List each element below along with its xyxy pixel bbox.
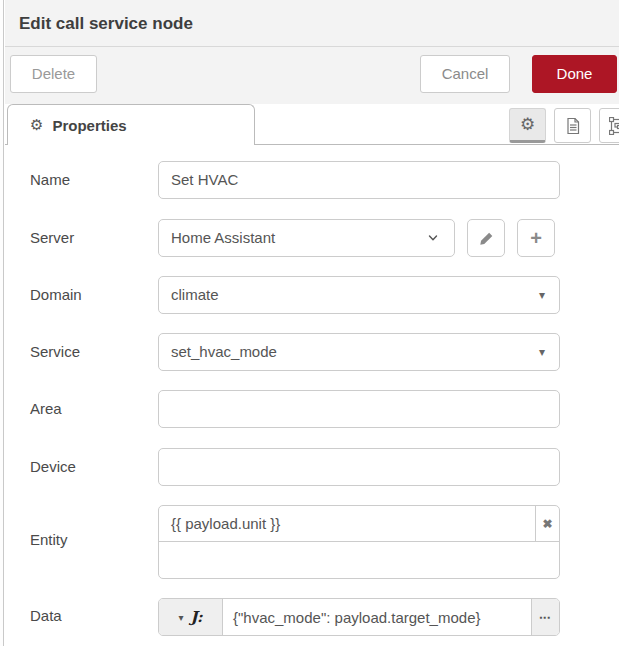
edit-server-button[interactable] xyxy=(467,219,505,257)
area-input[interactable] xyxy=(158,390,560,428)
entity-row: {{ payload.unit }} ✖ xyxy=(159,506,559,542)
appearance-view-button[interactable] xyxy=(599,108,619,143)
device-label: Device xyxy=(30,448,76,486)
name-input[interactable]: Set HVAC xyxy=(158,161,560,199)
name-label: Name xyxy=(30,161,70,199)
tray-left-edge xyxy=(0,0,4,646)
caret-down-icon: ▾ xyxy=(178,612,183,623)
expand-data-button[interactable]: ▪▪▪ xyxy=(531,599,559,635)
domain-label: Domain xyxy=(30,276,82,314)
server-select-value: Home Assistant xyxy=(171,229,275,246)
server-select[interactable]: Home Assistant xyxy=(158,219,455,257)
entity-input[interactable]: {{ payload.unit }} xyxy=(159,506,535,541)
chevron-down-icon xyxy=(426,220,440,256)
done-button[interactable]: Done xyxy=(532,55,617,93)
remove-entity-button[interactable]: ✖ xyxy=(535,506,559,541)
tab-properties-label: Properties xyxy=(52,117,126,134)
caret-down-icon: ▾ xyxy=(539,277,545,313)
device-input[interactable] xyxy=(158,448,560,486)
entity-editor: {{ payload.unit }} ✖ xyxy=(158,505,560,579)
service-label: Service xyxy=(30,333,80,371)
data-type-select-button[interactable]: ▾ J: xyxy=(159,599,223,635)
caret-down-icon: ▾ xyxy=(539,334,545,370)
add-server-button[interactable]: + xyxy=(517,219,555,257)
properties-view-button[interactable]: ⚙ xyxy=(509,108,546,143)
pencil-icon xyxy=(479,231,494,246)
service-input[interactable]: set_hvac_mode ▾ xyxy=(158,333,560,371)
tab-properties[interactable]: ⚙ Properties xyxy=(7,104,255,145)
data-typedinput: ▾ J: {"hvac_mode": payload.target_mode} … xyxy=(158,598,560,636)
cancel-button[interactable]: Cancel xyxy=(420,55,510,93)
description-view-button[interactable] xyxy=(554,108,591,143)
plus-icon: + xyxy=(530,227,542,250)
gear-icon: ⚙ xyxy=(30,116,43,134)
domain-input-value: climate xyxy=(171,286,219,303)
delete-button[interactable]: Delete xyxy=(10,55,97,93)
data-label: Data xyxy=(30,597,62,635)
ellipsis-icon: ▪▪▪ xyxy=(540,613,552,622)
tab-bar: ⚙ Properties ⚙ xyxy=(5,104,619,145)
data-input[interactable]: {"hvac_mode": payload.target_mode} xyxy=(223,599,531,635)
appearance-icon xyxy=(609,117,619,135)
entity-label: Entity xyxy=(30,521,68,559)
edit-dialog-title: Edit call service node xyxy=(5,0,619,47)
domain-input[interactable]: climate ▾ xyxy=(158,276,560,314)
json-type-icon: J: xyxy=(191,608,203,626)
server-label: Server xyxy=(30,219,74,257)
document-icon xyxy=(565,117,581,135)
service-input-value: set_hvac_mode xyxy=(171,343,277,360)
close-icon: ✖ xyxy=(542,517,552,531)
area-label: Area xyxy=(30,390,62,428)
tray-header: Edit call service node xyxy=(5,0,619,104)
gear-icon: ⚙ xyxy=(520,114,535,135)
